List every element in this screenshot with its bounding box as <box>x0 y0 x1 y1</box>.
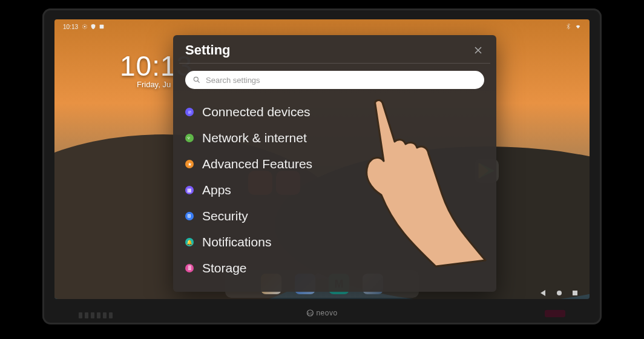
nav-buttons <box>540 289 579 297</box>
settings-item-label: Connected devices <box>202 105 310 119</box>
panel-divider <box>179 63 490 64</box>
settings-item-label: Advanced Features <box>202 157 312 171</box>
nav-home-button[interactable] <box>556 289 563 297</box>
brand-mark-icon: AG <box>306 309 314 317</box>
close-button[interactable] <box>472 44 484 56</box>
bezel-ports <box>79 312 113 318</box>
svg-point-4 <box>194 77 198 81</box>
shield-icon: ⛨ <box>185 212 194 220</box>
panel-header: Setting <box>173 35 496 63</box>
wifi-icon: ᯤ <box>185 134 194 142</box>
bluetooth-icon <box>565 24 571 30</box>
devices-icon: ⎚ <box>185 108 194 116</box>
settings-item-label: Apps <box>202 183 231 197</box>
settings-item-apps[interactable]: ▦ Apps <box>185 183 484 197</box>
nav-recent-button[interactable] <box>571 289 579 297</box>
settings-list: ⎚ Connected devices ᯤ Network & internet… <box>173 94 496 275</box>
svg-rect-3 <box>573 291 577 295</box>
search-icon <box>192 76 201 84</box>
svg-text:AG: AG <box>307 312 314 315</box>
storage-icon: ≣ <box>185 264 194 272</box>
bezel-ir-sensor <box>545 310 565 317</box>
bell-icon: 🔔 <box>185 238 194 246</box>
settings-item-label: Network & internet <box>202 131 307 145</box>
settings-item-label: Storage <box>202 261 247 275</box>
status-bar: 10:13 <box>63 22 581 31</box>
gear-icon <box>82 24 88 30</box>
panel-title: Setting <box>185 42 231 58</box>
shield-icon <box>90 24 96 30</box>
wifi-icon <box>575 24 581 30</box>
close-icon <box>475 47 482 54</box>
settings-item-connected-devices[interactable]: ⎚ Connected devices <box>185 105 484 119</box>
nav-back-button[interactable] <box>540 289 547 297</box>
settings-item-security[interactable]: ⛨ Security <box>185 209 484 223</box>
star-icon: ★ <box>185 160 194 168</box>
settings-panel: Setting ⎚ Connected devices ᯤ Network & … <box>173 35 496 292</box>
search-field[interactable] <box>185 71 484 89</box>
settings-item-label: Notifications <box>202 235 271 249</box>
svg-rect-1 <box>100 25 104 29</box>
svg-point-0 <box>84 26 86 28</box>
statusbar-time: 10:13 <box>63 24 78 30</box>
app-icon <box>99 24 105 30</box>
svg-point-2 <box>557 291 562 295</box>
screen: 10:13 10:13 Friday, Ju M <box>54 19 590 299</box>
settings-item-label: Security <box>202 209 248 223</box>
tv-frame: 10:13 10:13 Friday, Ju M <box>42 8 602 324</box>
brand-logo: AG neovo <box>306 309 337 317</box>
apps-icon: ▦ <box>185 186 194 194</box>
settings-item-storage[interactable]: ≣ Storage <box>185 261 484 275</box>
settings-item-network[interactable]: ᯤ Network & internet <box>185 131 484 145</box>
settings-item-notifications[interactable]: 🔔 Notifications <box>185 235 484 249</box>
settings-item-advanced[interactable]: ★ Advanced Features <box>185 157 484 171</box>
search-input[interactable] <box>206 76 477 85</box>
